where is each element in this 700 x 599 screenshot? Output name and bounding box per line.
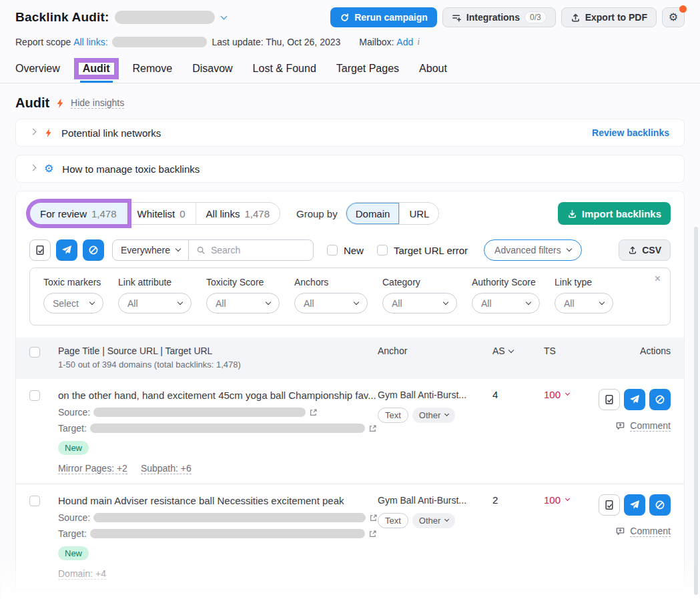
refresh-icon — [340, 13, 350, 23]
search-input[interactable] — [211, 245, 298, 255]
import-backlinks-button[interactable]: Import backlinks — [558, 202, 671, 225]
external-link-icon[interactable] — [368, 424, 377, 433]
review-segmented-control: For review 1,478 Whitelist 0 All links 1… — [29, 202, 280, 225]
whitelist-action-button[interactable] — [599, 494, 620, 516]
settings-button[interactable]: ⚙ — [662, 7, 685, 27]
gear-icon: ⚙ — [669, 12, 678, 23]
mailbox-add-link[interactable]: Add — [396, 37, 413, 47]
list-controls: For review 1,478 Whitelist 0 All links 1… — [29, 202, 671, 225]
column-as[interactable]: AS — [492, 346, 544, 370]
close-icon[interactable]: × — [655, 273, 661, 284]
anchors-select[interactable]: All — [294, 293, 368, 314]
target-url-error-checkbox[interactable] — [377, 245, 388, 255]
tab-remove[interactable]: Remove — [133, 63, 173, 83]
advanced-filters-button[interactable]: Advanced filters — [484, 239, 582, 261]
segment-count: 1,478 — [91, 208, 117, 219]
authority-score-select[interactable]: All — [472, 293, 540, 314]
anchor-type-tag: Text — [378, 513, 408, 528]
table-row: Hound main Adviser resistance ball Neces… — [16, 484, 684, 590]
filter-toxicity-score: Toxicity Score All — [206, 277, 280, 314]
paper-plane-icon — [629, 394, 640, 405]
segment-for-review[interactable]: For review 1,478 — [30, 203, 127, 224]
info-icon[interactable]: i — [417, 37, 420, 47]
segment-all-links[interactable]: All links 1,478 — [196, 203, 280, 224]
anchor-category-tag[interactable]: Other — [412, 408, 456, 423]
new-checkbox[interactable] — [327, 245, 338, 255]
block-icon — [655, 500, 665, 510]
toxicity-score-value[interactable]: 100 — [544, 389, 597, 400]
insight-panel-link-networks[interactable]: Potential link networks Review backlinks — [15, 119, 685, 147]
pagination-summary: 1-50 out of 394 domains (total backlinks… — [58, 360, 378, 370]
external-link-icon[interactable] — [309, 408, 318, 417]
insight-panel-manage-toxic[interactable]: ⚙ How to manage toxic backlinks — [15, 155, 685, 183]
chevron-down-icon — [566, 246, 571, 251]
tab-lost-and-found[interactable]: Lost & Found — [253, 63, 316, 83]
toxicity-score-value[interactable]: 100 — [544, 494, 597, 506]
chevron-down-icon — [89, 299, 95, 304]
tab-overview[interactable]: Overview — [15, 63, 60, 83]
toxicity-score-select[interactable]: All — [206, 293, 280, 314]
remove-action-button[interactable] — [624, 389, 645, 410]
mirror-pages-link[interactable]: Mirror Pages: +2 — [58, 463, 127, 474]
backlink-title: Hound main Adviser resistance ball Neces… — [58, 494, 378, 507]
domain-link[interactable]: Domain: +4 — [58, 568, 106, 580]
subpath-link[interactable]: Subpath: +6 — [141, 463, 192, 474]
chevron-right-icon[interactable] — [30, 164, 37, 171]
report-scope-bar: Report scope All links: Last update: Thu… — [15, 35, 685, 49]
segment-whitelist[interactable]: Whitelist 0 — [127, 203, 196, 224]
move-to-whitelist-button[interactable] — [29, 239, 51, 261]
insight-panel-title: How to manage toxic backlinks — [62, 163, 200, 175]
comment-link[interactable]: Comment — [615, 526, 671, 537]
vertical-scrollbar[interactable] — [694, 227, 698, 595]
integrations-button[interactable]: Integrations 0/3 — [442, 7, 556, 27]
redacted-target-url — [90, 529, 365, 538]
external-link-icon[interactable] — [369, 514, 378, 522]
move-to-disavow-button[interactable] — [83, 239, 104, 261]
group-by-domain[interactable]: Domain — [346, 203, 400, 224]
insight-panel-title: Potential link networks — [61, 127, 161, 139]
export-to-pdf-button[interactable]: Export to PDF — [561, 7, 657, 27]
rerun-campaign-button[interactable]: Rerun campaign — [330, 7, 437, 27]
move-to-remove-button[interactable] — [56, 239, 77, 261]
report-scope-link[interactable]: All links: — [73, 37, 107, 47]
tab-target-pages[interactable]: Target Pages — [336, 63, 399, 83]
lightning-icon — [44, 128, 53, 138]
filter-link-type: Link type All — [555, 277, 613, 314]
notification-dot — [679, 5, 687, 13]
chevron-right-icon[interactable] — [30, 128, 37, 135]
chevron-down-icon — [565, 496, 570, 501]
tab-disavow[interactable]: Disavow — [192, 63, 232, 83]
tab-audit[interactable]: Audit — [80, 63, 113, 83]
category-select[interactable]: All — [382, 293, 457, 314]
disavow-action-button[interactable] — [649, 389, 671, 410]
report-scope-label: Report scope — [15, 37, 71, 47]
external-link-icon[interactable] — [368, 530, 377, 538]
select-all-checkbox[interactable] — [29, 347, 40, 358]
toxic-markers-select[interactable]: Select — [43, 293, 103, 314]
audit-section-header: Audit Hide insights — [15, 95, 685, 111]
search-scope-dropdown[interactable]: Everywhere — [113, 240, 189, 260]
link-attribute-select[interactable]: All — [118, 293, 192, 314]
chevron-down-icon — [176, 246, 181, 251]
group-by-url[interactable]: URL — [400, 203, 438, 224]
page-title: Backlink Audit: — [15, 10, 109, 25]
disavow-action-button[interactable] — [649, 494, 671, 516]
comment-link[interactable]: Comment — [615, 420, 671, 432]
row-checkbox[interactable] — [29, 496, 40, 506]
segment-count: 0 — [180, 208, 185, 219]
remove-action-button[interactable] — [624, 494, 645, 516]
row-checkbox[interactable] — [29, 390, 40, 401]
section-title: Audit — [15, 95, 49, 111]
export-csv-button[interactable]: CSV — [619, 239, 671, 261]
review-backlinks-link[interactable]: Review backlinks — [592, 127, 669, 138]
chevron-down-icon[interactable] — [220, 13, 227, 19]
whitelist-action-button[interactable] — [599, 389, 620, 410]
main-tabs: Overview Audit Remove Disavow Lost & Fou… — [0, 59, 700, 83]
anchor-category-tag[interactable]: Other — [412, 513, 456, 528]
tab-about[interactable]: About — [419, 63, 447, 83]
chevron-down-icon — [444, 517, 449, 522]
column-ts: TS — [544, 346, 597, 370]
link-type-select[interactable]: All — [555, 293, 613, 314]
filter-toxic-markers: Toxic markers Select — [43, 277, 103, 314]
hide-insights-link[interactable]: Hide insights — [71, 97, 124, 109]
